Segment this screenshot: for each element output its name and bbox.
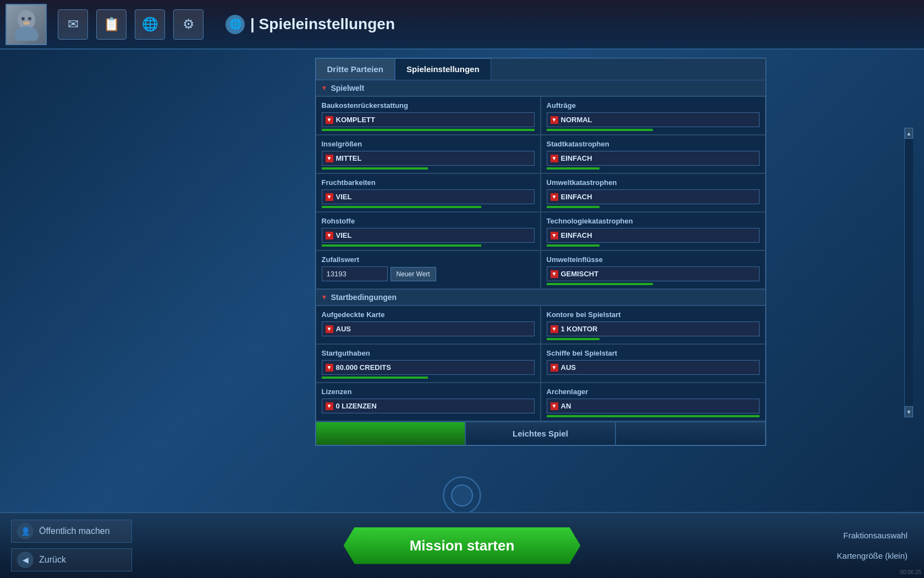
setting-aufgedeckte-karte: Aufgedeckte Karte ▼ AUS — [316, 306, 541, 344]
zurueck-icon: ◀ — [17, 552, 34, 568]
scroll-down-button[interactable]: ▼ — [905, 406, 913, 417]
progress-umwelteinfluesse — [547, 283, 760, 285]
label-fruchtbarkeiten: Fruchtbarkeiten — [322, 178, 535, 187]
value-inselgroessen: MITTEL — [336, 154, 362, 162]
dropdown-auftraege[interactable]: ▼ NORMAL — [547, 112, 760, 127]
value-schiffe: AUS — [561, 363, 576, 372]
dd-arrow-icon-5: ▼ — [326, 193, 333, 201]
dropdown-baukostenrueckerstattung[interactable]: ▼ KOMPLETT — [322, 112, 535, 127]
dd-arrow-icon: ▼ — [326, 116, 333, 124]
dd-arrow-icon-15: ▼ — [551, 402, 558, 410]
progress-schiffe — [547, 377, 760, 379]
dropdown-technologiekatastrophen[interactable]: ▼ EINFACH — [547, 228, 760, 243]
oeffentlich-machen-button[interactable]: 👤 Öffentlich machen — [11, 520, 132, 543]
value-fruchtbarkeiten: VIEL — [336, 193, 352, 201]
setting-schiffe: Schiffe bei Spielstart ▼ AUS — [541, 344, 766, 383]
dropdown-fruchtbarkeiten[interactable]: ▼ VIEL — [322, 189, 535, 204]
zufallswert-input[interactable] — [322, 266, 388, 281]
progress-fill-5 — [322, 206, 481, 208]
control-archenlager: ▼ AN — [547, 399, 760, 417]
scroll-track — [905, 139, 913, 406]
control-aufgedeckte-karte: ▼ AUS — [322, 321, 535, 340]
value-archenlager: AN — [561, 402, 571, 410]
setting-rohstoffe: Rohstoffe ▼ VIEL — [316, 212, 541, 250]
label-auftraege: Aufträge — [547, 101, 760, 110]
tab-spieleinstellungen[interactable]: Spieleinstellungen — [395, 58, 491, 80]
progress-rohstoffe — [322, 244, 535, 247]
top-icons: ✉ 📋 🌐 ⚙ — [58, 9, 204, 40]
dropdown-stadtkatastrophen[interactable]: ▼ EINFACH — [547, 151, 760, 166]
label-zufallswert: Zufallswert — [322, 255, 535, 264]
label-umwelteinfluesse: Umwelteinflüsse — [547, 255, 760, 264]
control-umwelteinfluesse: ▼ GEMISCHT — [547, 266, 760, 285]
neuer-wert-button[interactable]: Neuer Wert — [391, 267, 436, 281]
label-technologiekatastrophen: Technologiekatastrophen — [547, 217, 760, 225]
dropdown-rohstoffe[interactable]: ▼ VIEL — [322, 228, 535, 243]
mission-starten-button[interactable]: Mission starten — [344, 527, 581, 564]
progress-umweltkatastrophen — [547, 206, 760, 208]
progress-fill-3 — [322, 167, 428, 170]
label-archenlager: Archenlager — [547, 388, 760, 396]
leichtes-spiel-button[interactable]: Leichtes Spiel — [465, 422, 615, 445]
progress-technologiekatastrophen — [547, 244, 760, 247]
progress-fill-7 — [322, 244, 481, 247]
startbedingungen-grid: Aufgedeckte Karte ▼ AUS Kontore bei Spie… — [316, 306, 766, 421]
section-label-spielwelt: Spielwelt — [331, 84, 364, 92]
control-inselgroessen: ▼ MITTEL — [322, 151, 535, 170]
kartengroesse-button[interactable]: Kartengröße (klein) — [832, 548, 913, 563]
tab-dritte-parteien[interactable]: Dritte Parteien — [316, 58, 395, 80]
setting-auftraege: Aufträge ▼ NORMAL — [541, 96, 766, 135]
scroll-up-button[interactable]: ▲ — [905, 128, 913, 139]
value-kontore: 1 KONTOR — [561, 325, 598, 333]
label-rohstoffe: Rohstoffe — [322, 217, 535, 225]
mail-button[interactable]: ✉ — [58, 9, 88, 40]
dropdown-lizenzen[interactable]: ▼ 0 LIZENZEN — [322, 399, 535, 413]
oeffentlich-icon: 👤 — [17, 523, 34, 539]
svg-point-4 — [23, 21, 30, 25]
setting-zufallswert: Zufallswert Neuer Wert — [316, 250, 541, 289]
progress-fill-12 — [322, 377, 428, 379]
preset-button-1[interactable] — [316, 422, 466, 445]
progress-fill-11 — [547, 338, 600, 340]
svg-point-2 — [21, 17, 25, 20]
dropdown-umweltkatastrophen[interactable]: ▼ EINFACH — [547, 189, 760, 204]
dropdown-inselgroessen[interactable]: ▼ MITTEL — [322, 151, 535, 166]
value-aufgedeckte-karte: AUS — [336, 325, 351, 333]
progress-stadtkatastrophen — [547, 167, 760, 170]
settings-button[interactable]: ⚙ — [173, 9, 204, 40]
globe-button[interactable]: 🌐 — [135, 9, 165, 40]
dd-arrow-icon-12: ▼ — [326, 364, 333, 372]
preset-button-3[interactable] — [615, 422, 766, 445]
progress-fill-15 — [547, 415, 760, 417]
dropdown-schiffe[interactable]: ▼ AUS — [547, 360, 760, 375]
control-schiffe: ▼ AUS — [547, 360, 760, 379]
svg-point-1 — [14, 26, 38, 41]
value-umweltkatastrophen: EINFACH — [561, 193, 592, 201]
svg-point-3 — [28, 17, 31, 20]
dd-arrow-icon-11: ▼ — [551, 325, 558, 333]
avatar — [6, 4, 47, 45]
value-baukostenrueckerstattung: KOMPLETT — [336, 116, 376, 124]
dropdown-umwelteinfluesse[interactable]: ▼ GEMISCHT — [547, 266, 760, 281]
progress-fill-9 — [547, 283, 653, 285]
control-technologiekatastrophen: ▼ EINFACH — [547, 228, 760, 247]
dropdown-kontore[interactable]: ▼ 1 KONTOR — [547, 321, 760, 336]
zurueck-button[interactable]: ◀ Zurück — [11, 548, 132, 571]
label-schiffe: Schiffe bei Spielstart — [547, 349, 760, 357]
section-startbedingungen: ▼ Startbedingungen — [316, 289, 766, 306]
progress-fruchtbarkeiten — [322, 206, 535, 208]
spielwelt-grid: Baukostenrückerstattung ▼ KOMPLETT Auftr… — [316, 96, 766, 289]
dropdown-aufgedeckte-karte[interactable]: ▼ AUS — [322, 321, 535, 336]
fraktionsauswahl-button[interactable]: Fraktionsauswahl — [838, 528, 913, 543]
panel-bottom-buttons: Leichtes Spiel — [316, 421, 766, 445]
progress-fill-2 — [547, 129, 653, 131]
progress-startguthaben — [322, 377, 535, 379]
value-auftraege: NORMAL — [561, 116, 592, 124]
notes-button[interactable]: 📋 — [96, 9, 127, 40]
page-title-bar: 🌐 | Spieleinstellungen — [226, 15, 395, 34]
dropdown-startguthaben[interactable]: ▼ 80.000 CREDITS — [322, 360, 535, 375]
setting-fruchtbarkeiten: Fruchtbarkeiten ▼ VIEL — [316, 173, 541, 212]
label-aufgedeckte-karte: Aufgedeckte Karte — [322, 310, 535, 319]
dd-arrow-icon-13: ▼ — [551, 364, 558, 372]
dropdown-archenlager[interactable]: ▼ AN — [547, 399, 760, 413]
